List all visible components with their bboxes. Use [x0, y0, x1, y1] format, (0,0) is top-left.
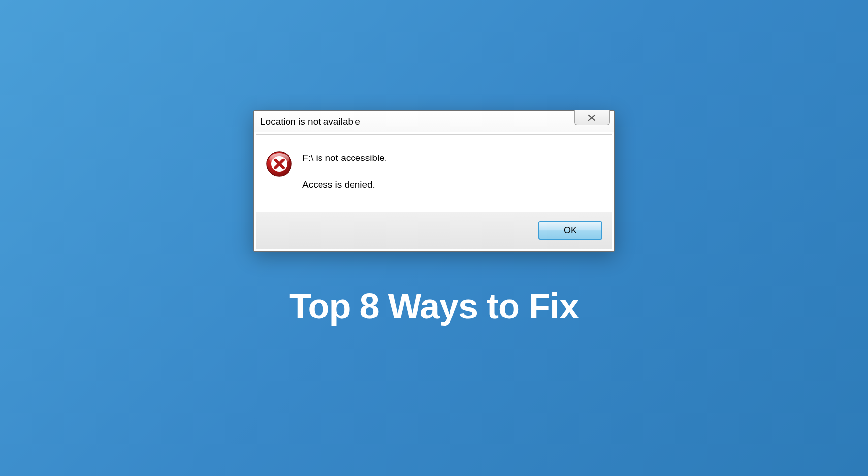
close-icon: [586, 114, 597, 121]
error-message-line1: F:\ is not accessible.: [302, 153, 602, 163]
dialog-title: Location is not available: [254, 116, 360, 127]
error-message-line2: Access is denied.: [302, 179, 602, 190]
page-headline: Top 8 Ways to Fix: [289, 286, 579, 326]
close-button[interactable]: [574, 110, 610, 125]
title-bar: Location is not available: [254, 111, 614, 132]
error-icon: [266, 151, 292, 177]
error-dialog: Location is not available: [253, 110, 615, 252]
dialog-content: F:\ is not accessible. Access is denied.: [256, 134, 612, 210]
message-area: F:\ is not accessible. Access is denied.: [302, 149, 602, 190]
ok-button[interactable]: OK: [538, 221, 602, 240]
button-bar: OK: [256, 212, 612, 249]
